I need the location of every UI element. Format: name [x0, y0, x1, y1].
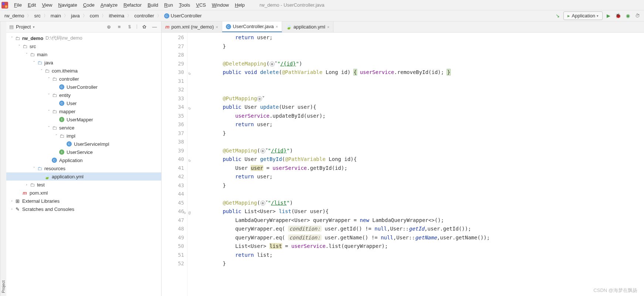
line-number[interactable]: 42 [162, 172, 184, 181]
collapse-icon[interactable]: ⥮ [126, 23, 133, 31]
code-line[interactable]: return user; [198, 172, 644, 181]
code-line[interactable]: } [198, 42, 644, 51]
coverage-icon[interactable]: ◉ [624, 12, 631, 20]
menu-run[interactable]: Run [161, 1, 176, 9]
code-line[interactable] [198, 190, 644, 199]
tab-usercontroller-java[interactable]: CUserController.java× [222, 21, 282, 32]
code-line[interactable] [198, 138, 644, 147]
code-line[interactable]: @GetMapping(⊙˅"/{id}") [198, 147, 644, 155]
crumb-usercontroller[interactable]: CUserController [163, 12, 203, 20]
tree-java[interactable]: ˅java [6, 58, 161, 67]
menu-file[interactable]: File [11, 1, 25, 9]
code-line[interactable]: @PutMapping⊙˅ [198, 94, 644, 103]
line-number[interactable]: 35 [162, 112, 184, 121]
tree-com-itheima[interactable]: ˅com.itheima [6, 67, 161, 75]
line-number[interactable]: 45 [162, 199, 184, 208]
tree-src[interactable]: ˅src [6, 42, 161, 50]
tab-pom-xml-rw-demo-[interactable]: mpom.xml (rw_demo)× [162, 21, 222, 32]
crumb-com[interactable]: com [88, 12, 101, 19]
tree-external-libraries[interactable]: ›⊞External Libraries [6, 197, 161, 205]
code-line[interactable] [198, 51, 644, 60]
line-number[interactable]: 38 [162, 138, 184, 147]
tree-pom-xml[interactable]: mpom.xml [6, 189, 161, 197]
code-line[interactable]: List<User> list = userService.list(query… [198, 242, 644, 251]
line-number[interactable]: 48 [162, 225, 184, 233]
tree-resources[interactable]: ˅resources [6, 164, 161, 172]
code-line[interactable]: return user; [198, 120, 644, 129]
code-line[interactable]: public List<User> list(User user){ [198, 207, 644, 216]
run-icon[interactable]: ▶ [605, 12, 612, 20]
line-number[interactable]: 36 [162, 120, 184, 129]
tree-impl[interactable]: ˅impl [6, 132, 161, 140]
code-line[interactable] [198, 77, 644, 86]
line-number[interactable]: 31 [162, 77, 184, 86]
code-line[interactable]: public void delete(@PathVariable Long id… [198, 68, 644, 77]
code-line[interactable]: queryWrapper.eq( condition: user.getId()… [198, 225, 644, 233]
tree-usercontroller[interactable]: CUserController [6, 83, 161, 91]
code-line[interactable]: } [198, 259, 644, 268]
project-tool-tab[interactable]: Project [0, 21, 6, 296]
line-number[interactable]: 49 [162, 233, 184, 242]
tab-application-yml[interactable]: application.yml× [282, 21, 333, 32]
debug-icon[interactable]: 🐞 [614, 12, 622, 20]
tree-userserviceimpl[interactable]: CUserServiceImpl [6, 140, 161, 148]
menu-analyze[interactable]: Analyze [98, 1, 121, 9]
crumb-rw_demo[interactable]: rw_demo [3, 12, 26, 19]
line-number[interactable]: 41 [162, 164, 184, 173]
code-line[interactable]: User user = userService.getById(id); [198, 164, 644, 173]
line-number[interactable]: 32 [162, 85, 184, 94]
code-line[interactable]: public User update(User user){ [198, 103, 644, 112]
line-number[interactable]: 47 [162, 216, 184, 225]
tree-controller[interactable]: ˅controller [6, 75, 161, 83]
crumb-main[interactable]: main [49, 12, 62, 19]
line-number[interactable]: 30↻ [162, 68, 184, 77]
run-configuration-select[interactable]: ▸ Application ▾ [563, 11, 603, 20]
expand-icon[interactable]: ≡ [116, 23, 123, 31]
tree-usermapper[interactable]: IUserMapper [6, 115, 161, 124]
code-line[interactable] [198, 85, 644, 94]
tree-main[interactable]: ˅main [6, 50, 161, 58]
close-icon[interactable]: × [275, 24, 278, 29]
menu-window[interactable]: Window [209, 1, 232, 9]
tree-rw-demo[interactable]: ˅rw_demoD:\代码\rw_demo [6, 34, 161, 42]
settings-icon[interactable]: ✿ [140, 23, 148, 31]
line-number[interactable]: 50 [162, 242, 184, 251]
make-icon[interactable]: ↘ [554, 12, 561, 20]
close-icon[interactable]: × [327, 25, 329, 29]
menu-tools[interactable]: Tools [176, 1, 193, 9]
code-line[interactable]: LambdaQueryWrapper<User> queryWrapper = … [198, 216, 644, 225]
line-number[interactable]: 43 [162, 181, 184, 190]
tree-service[interactable]: ˅service [6, 124, 161, 132]
menu-navigate[interactable]: Navigate [55, 1, 80, 9]
line-number[interactable]: 33 [162, 94, 184, 103]
line-number[interactable]: 34↻ [162, 103, 184, 112]
menu-build[interactable]: Build [145, 1, 161, 9]
tree-test[interactable]: ›test [6, 181, 161, 189]
crumb-src[interactable]: src [33, 12, 42, 19]
line-number[interactable]: 28 [162, 51, 184, 60]
tree-scratches-and-consoles[interactable]: ›✎Scratches and Consoles [6, 205, 161, 213]
gutter[interactable]: 2627282930↻31323334↻353637383940↻4142434… [162, 33, 187, 296]
line-number[interactable]: 46↻ @ [162, 207, 184, 216]
code-line[interactable]: } [198, 181, 644, 190]
code-area[interactable]: return user; } @DeleteMapping(⊙˅"/{id}")… [187, 33, 644, 296]
code-line[interactable]: @DeleteMapping(⊙˅"/{id}") [198, 60, 644, 68]
code-line[interactable]: queryWrapper.eq( condition: user.getName… [198, 233, 644, 242]
tree-entity[interactable]: ˅entity [6, 91, 161, 99]
tree-application[interactable]: CApplication [6, 156, 161, 164]
code-line[interactable]: userService.updateById(user); [198, 112, 644, 121]
line-number[interactable]: 44 [162, 190, 184, 199]
menu-refactor[interactable]: Refactor [121, 1, 145, 9]
line-number[interactable]: 40↻ [162, 155, 184, 164]
code-line[interactable]: } [198, 129, 644, 138]
line-number[interactable]: 51 [162, 251, 184, 260]
tree-user[interactable]: CUser [6, 99, 161, 107]
crumb-itheima[interactable]: itheima [107, 12, 126, 19]
menu-code[interactable]: Code [80, 1, 98, 9]
tree-application-yml[interactable]: application.yml [6, 172, 161, 181]
hide-icon[interactable]: — [151, 23, 158, 31]
code-line[interactable]: @GetMapping(⊙˅"/list") [198, 199, 644, 208]
line-number[interactable]: 27 [162, 42, 184, 51]
crumb-controller[interactable]: controller [133, 12, 155, 19]
line-number[interactable]: 52 [162, 259, 184, 268]
